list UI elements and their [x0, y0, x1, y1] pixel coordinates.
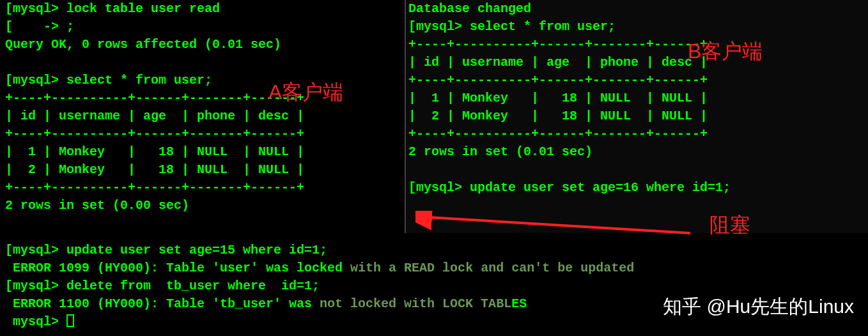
right-terminal[interactable]: Database changed [mysql> select * from u…: [406, 0, 866, 197]
error-text: ERROR 1100 (HY000): Table 'tb_user' was: [5, 296, 312, 311]
sql-command: ;: [59, 19, 74, 34]
sql-prompt-continue: [ ->: [5, 19, 59, 34]
sql-command: update user set age=15 where id=1;: [59, 243, 327, 257]
sql-prompt: [mysql>: [408, 19, 462, 34]
result-summary: 2 rows in set (0.00 sec): [5, 198, 189, 213]
table-border: +----+----------+------+-------+------+: [5, 91, 304, 105]
sql-prompt: [mysql>: [5, 279, 59, 293]
table-row: | 2 | Monkey | 18 | NULL | NULL |: [5, 162, 304, 177]
sql-command: select * from user;: [462, 19, 616, 34]
error-text-dim: with a READ lock and can't be updated: [343, 261, 634, 275]
table-row: | 1 | Monkey | 18 | NULL | NULL |: [408, 91, 708, 105]
watermark-text: 知乎 @Hu先生的Linux: [663, 293, 854, 320]
table-border: +----+----------+------+-------+------+: [5, 126, 304, 141]
error-text: ES: [511, 296, 527, 311]
db-changed: Database changed: [408, 1, 531, 16]
sql-prompt: [mysql>: [408, 180, 462, 195]
sql-command: delete from tb_user where id=1;: [59, 279, 320, 293]
table-border: +----+----------+------+-------+------+: [408, 126, 708, 141]
label-client-b: B客户端: [688, 37, 763, 66]
table-border: +----+----------+------+-------+------+: [408, 37, 708, 52]
table-border: +----+----------+------+-------+------+: [408, 73, 708, 88]
label-blocked: 阻塞: [709, 211, 750, 240]
sql-command: select * from user;: [59, 73, 212, 88]
result-summary: 2 rows in set (0.01 sec): [408, 144, 593, 159]
sql-prompt: mysql>: [5, 314, 59, 329]
left-terminal[interactable]: [mysql> lock table user read [ -> ; Quer…: [5, 0, 405, 215]
table-row: | 1 | Monkey | 18 | NULL | NULL |: [5, 144, 304, 159]
label-client-a: A客户端: [268, 78, 343, 107]
sql-prompt: [mysql>: [5, 1, 59, 16]
table-border: +----+----------+------+-------+------+: [5, 180, 304, 195]
error-text: ERROR 1099 (HY000): Table 'user' was loc…: [5, 261, 343, 275]
sql-command: lock table user read: [59, 1, 220, 16]
query-result: Query OK, 0 rows affected (0.01 sec): [5, 37, 281, 52]
cursor-icon: [66, 314, 74, 327]
table-header: | id | username | age | phone | desc |: [408, 55, 708, 70]
sql-command: update user set age=16 where id=1;: [462, 180, 731, 195]
table-header: | id | username | age | phone | desc |: [5, 109, 304, 123]
error-text-dim: not locked with LOCK TABL: [312, 296, 511, 311]
sql-prompt: [mysql>: [5, 73, 59, 88]
sql-prompt: [mysql>: [5, 243, 59, 257]
table-row: | 2 | Monkey | 18 | NULL | NULL |: [408, 109, 708, 123]
